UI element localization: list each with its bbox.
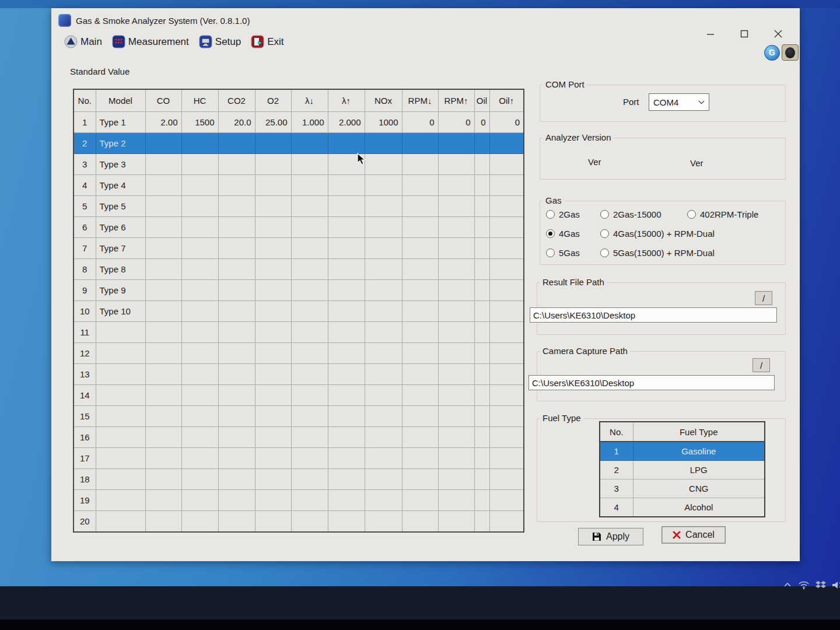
gas-option-label: 4Gas(15000) + RPM-Dual <box>613 229 715 239</box>
sv-row-6[interactable]: 6Type 6 <box>74 217 524 238</box>
monitor-bezel <box>0 620 840 630</box>
fuel-row-gasoline[interactable]: 1Gasoline <box>600 442 765 461</box>
sv-cell-value <box>489 343 524 364</box>
sv-row-8[interactable]: 8Type 8 <box>74 259 524 280</box>
sv-row-12[interactable]: 12 <box>74 343 524 364</box>
sv-cell-value <box>255 133 291 154</box>
sv-cell-model <box>96 490 145 511</box>
sv-cell-no: 17 <box>74 448 96 469</box>
menu-item-main[interactable]: Main <box>64 35 102 48</box>
result-path-input[interactable] <box>530 307 777 323</box>
sv-cell-no: 1 <box>74 112 96 133</box>
sv-cell-value <box>255 280 291 301</box>
sv-cell-value <box>489 133 524 154</box>
sv-cell-value <box>218 322 255 343</box>
menu-item-label: Measurement <box>128 36 189 48</box>
sv-cell-value <box>145 385 181 406</box>
sv-cell-value <box>402 259 438 280</box>
menu-item-measurement[interactable]: Measurement <box>112 35 189 48</box>
sv-row-9[interactable]: 9Type 9 <box>74 280 524 301</box>
sv-cell-value <box>365 238 402 259</box>
com-port-dropdown[interactable]: COM4 <box>649 93 709 111</box>
gas-group-label: Gas <box>542 195 565 205</box>
sv-cell-value <box>255 385 291 406</box>
gas-option-5gas-15000-rpm-dual[interactable]: 5Gas(15000) + RPM-Dual <box>600 248 715 258</box>
sv-row-19[interactable]: 19 <box>74 490 524 511</box>
sv-row-18[interactable]: 18 <box>74 469 524 490</box>
sv-cell-value <box>181 469 218 490</box>
gas-option-2gas[interactable]: 2Gas <box>546 209 580 219</box>
sv-cell-value <box>218 196 255 217</box>
sv-cell-value <box>474 490 489 511</box>
sv-row-11[interactable]: 11 <box>74 322 524 343</box>
sv-row-1[interactable]: 1Type 12.00150020.025.001.0002.000100000… <box>74 112 524 133</box>
measurement-icon <box>112 35 125 48</box>
sv-row-2[interactable]: 2Type 2 <box>74 133 524 154</box>
gas-option-4gas[interactable]: 4Gas <box>546 229 580 239</box>
minimize-icon[interactable] <box>700 26 721 42</box>
menu-item-setup[interactable]: Setup <box>199 35 241 48</box>
sv-column-header: O2 <box>255 89 291 112</box>
fuel-row-cng[interactable]: 3CNG <box>600 480 765 498</box>
sv-cell-value <box>474 196 489 217</box>
sv-cell-value: 1.000 <box>291 112 328 133</box>
chevron-up-icon[interactable] <box>783 581 792 589</box>
sv-cell-value <box>218 154 255 175</box>
sv-row-4[interactable]: 4Type 4 <box>74 175 524 196</box>
sv-cell-value <box>291 427 328 448</box>
maximize-icon[interactable] <box>734 26 755 42</box>
sv-row-5[interactable]: 5Type 5 <box>74 196 524 217</box>
sv-cell-no: 14 <box>74 385 96 406</box>
sv-cell-value <box>291 490 328 511</box>
cancel-button[interactable]: Cancel <box>662 526 726 544</box>
sv-cell-no: 10 <box>74 301 96 322</box>
sv-row-13[interactable]: 13 <box>74 364 524 385</box>
sv-row-20[interactable]: 20 <box>74 511 524 533</box>
sv-cell-value <box>474 154 489 175</box>
sv-column-header: λ↓ <box>291 89 328 112</box>
sv-row-16[interactable]: 16 <box>74 427 524 448</box>
dropbox-icon[interactable] <box>816 580 826 590</box>
analyzer-version-group: Analyzer Version <box>540 138 786 180</box>
volume-icon[interactable] <box>832 580 840 590</box>
webcam-icon[interactable] <box>782 44 799 61</box>
g-badge-icon[interactable]: G <box>764 45 780 61</box>
sv-cell-value <box>474 511 489 533</box>
close-icon[interactable] <box>768 26 789 42</box>
apply-button[interactable]: Apply <box>578 528 643 545</box>
gas-option-402rpm-triple[interactable]: 402RPM-Triple <box>687 209 758 219</box>
sv-cell-value <box>328 343 365 364</box>
sv-cell-model <box>96 364 145 385</box>
sv-row-3[interactable]: 3Type 3 <box>74 154 524 175</box>
camera-path-input[interactable] <box>528 375 775 390</box>
sv-cell-value: 1500 <box>181 112 218 133</box>
sv-cell-value <box>402 217 438 238</box>
gas-option-4gas-15000-rpm-dual[interactable]: 4Gas(15000) + RPM-Dual <box>600 229 715 239</box>
sv-cell-value <box>328 511 365 533</box>
fuel-row-alcohol[interactable]: 4Alcohol <box>600 498 765 517</box>
fuel-row-lpg[interactable]: 2LPG <box>600 461 765 480</box>
sv-row-7[interactable]: 7Type 7 <box>74 238 524 259</box>
sv-cell-no: 19 <box>74 490 96 511</box>
sv-cell-value <box>489 259 524 280</box>
sv-cell-value <box>145 238 181 259</box>
sv-cell-value <box>438 343 474 364</box>
fuel-cell-no: 4 <box>600 498 633 517</box>
menu-item-exit[interactable]: Exit <box>251 35 284 48</box>
sv-row-15[interactable]: 15 <box>74 406 524 427</box>
sv-cell-value <box>145 154 181 175</box>
sv-cell-value <box>218 406 255 427</box>
sv-row-14[interactable]: 14 <box>74 385 524 406</box>
camera-path-browse-button[interactable]: / <box>752 358 770 372</box>
menu-bar: MainMeasurementSetupExit <box>64 35 284 48</box>
sv-cell-model: Type 9 <box>96 280 145 301</box>
gas-option-5gas[interactable]: 5Gas <box>546 248 580 258</box>
sv-row-10[interactable]: 10Type 10 <box>74 301 524 322</box>
sv-row-17[interactable]: 17 <box>74 448 524 469</box>
result-path-browse-button[interactable]: / <box>755 291 772 305</box>
sv-cell-value <box>365 469 402 490</box>
gas-option-2gas-15000[interactable]: 2Gas-15000 <box>600 209 662 219</box>
sv-cell-value <box>438 133 474 154</box>
sv-cell-value <box>255 511 291 533</box>
wifi-icon[interactable] <box>798 580 810 590</box>
